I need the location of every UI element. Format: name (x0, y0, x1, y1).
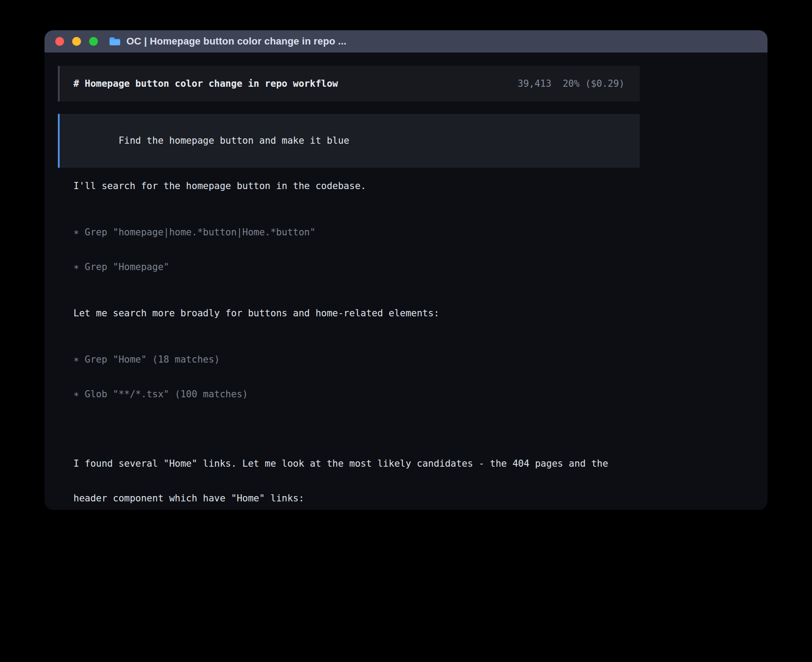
tool-call-glob: ∗ Glob "**/*.tsx" (100 matches) (73, 388, 640, 400)
traffic-lights (55, 37, 98, 46)
tool-call-grep: ∗ Grep "homepage|home.*button|Home.*butt… (73, 226, 640, 238)
zoom-button[interactable] (89, 37, 98, 46)
assistant-text: I found several "Home" links. Let me loo… (73, 435, 640, 510)
titlebar: OC | Homepage button color change in rep… (45, 30, 767, 52)
tool-call-group: ∗ Grep "homepage|home.*button|Home.*butt… (73, 203, 640, 296)
tool-call-group: ∗ Grep "Home" (18 matches) ∗ Glob "**/*.… (73, 331, 640, 423)
user-message-text: Find the homepage button and make it blu… (118, 135, 349, 146)
minimize-button[interactable] (72, 37, 81, 46)
assistant-text: Let me search more broadly for buttons a… (73, 307, 640, 319)
session-stats: 39,413 20% ($0.29) (518, 78, 625, 89)
window-title: OC | Homepage button color change in rep… (126, 36, 346, 47)
tool-call-grep: ∗ Grep "Homepage" (73, 261, 640, 273)
terminal-content: # Homepage button color change in repo w… (45, 52, 767, 510)
tool-call-grep: ∗ Grep "Home" (18 matches) (73, 354, 640, 365)
session-title: # Homepage button color change in repo w… (73, 78, 338, 89)
session-header: # Homepage button color change in repo w… (58, 66, 640, 101)
close-button[interactable] (55, 37, 64, 46)
terminal-window: OC | Homepage button color change in rep… (45, 30, 767, 510)
assistant-text: I'll search for the homepage button in t… (73, 180, 640, 192)
user-message: Find the homepage button and make it blu… (58, 114, 640, 168)
folder-icon (109, 36, 121, 46)
assistant-messages: I'll search for the homepage button in t… (58, 180, 640, 510)
